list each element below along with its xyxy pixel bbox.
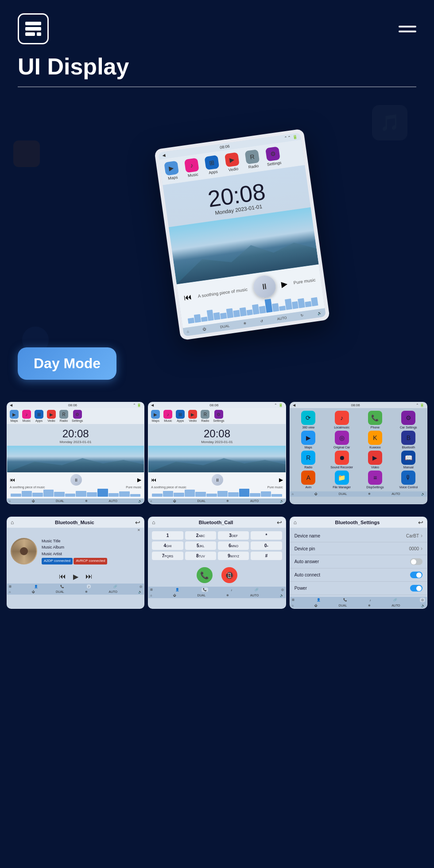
sc-play-pause-1[interactable]: ⏸ (70, 474, 82, 486)
bt-play-btn[interactable]: ▶ (73, 572, 78, 581)
nav-item-vedio[interactable]: ▶ Vedio (225, 152, 240, 172)
bt-dial-4[interactable]: 4GHI (152, 541, 183, 550)
nav-item-settings[interactable]: ⚙ Settings (265, 146, 282, 167)
app-kuwooo[interactable]: K Kuwooo (359, 431, 391, 449)
bt-prev-btn[interactable]: ⏮ (59, 572, 66, 581)
bt-dial-hash[interactable]: # (251, 552, 282, 560)
sc-power-1[interactable]: ⏻ (32, 499, 35, 503)
app-360view[interactable]: ⟳ 360 view (293, 411, 324, 429)
app-soundrecorder[interactable]: ⏺ Sound Recorder (326, 451, 357, 469)
power-btn[interactable]: ⏻ (202, 327, 206, 331)
bt-c-grid-icon[interactable]: ⊞ (150, 588, 153, 592)
bt-m-home[interactable]: ⌂ (9, 590, 11, 594)
app-dispsettings[interactable]: ≡ DispSettings (359, 471, 391, 489)
app-video[interactable]: ▶ Video (359, 451, 391, 469)
bt-c-phone-icon[interactable]: 📞 (202, 588, 208, 592)
app-carsettings[interactable]: ⚙ Car Settings (393, 411, 424, 429)
bt-m-phone-icon[interactable]: 📞 (60, 585, 64, 588)
sc-nav-music-1[interactable]: ♪ Music (22, 410, 31, 422)
bt-accept-call-btn[interactable]: 📞 (197, 567, 213, 583)
sc-nav-apps-1[interactable]: ⊞ Apps (35, 410, 43, 422)
sc-nav-maps-2[interactable]: ▶ Maps (151, 410, 160, 422)
app-bluetooth[interactable]: B Bluetooth (393, 431, 424, 449)
bt-m-power[interactable]: ⏻ (32, 590, 35, 594)
sc-nav-vedio-1[interactable]: ▶ Vedio (47, 410, 56, 422)
nav-item-radio[interactable]: R Radio (245, 149, 261, 170)
bt-dial-star[interactable]: * (251, 531, 282, 540)
back-btn-apps[interactable]: ◀ (293, 403, 295, 407)
bt-dial-2[interactable]: 2ABC (185, 531, 216, 540)
back-btn-1[interactable]: ◀ (10, 403, 12, 407)
sc-home-apps[interactable]: ⌂ (292, 492, 294, 496)
bt-c-home[interactable]: ⌂ (150, 594, 152, 597)
sc-nav-apps-2[interactable]: ⊞ Apps (176, 410, 185, 422)
sc-home-1[interactable]: ⌂ (9, 499, 11, 503)
app-phone[interactable]: 📞 Phone (359, 411, 391, 429)
app-filemanager[interactable]: 📁 File Manager (326, 471, 357, 489)
bt-device-pin-chevron[interactable]: › (421, 545, 422, 552)
sc-nav-radio-1[interactable]: R Radio (59, 410, 68, 422)
nav-item-apps[interactable]: ⊞ Apps (204, 155, 220, 175)
sc-nav-radio-2[interactable]: R Radio (201, 410, 209, 422)
sc-power-2[interactable]: ⏻ (173, 499, 176, 503)
sc-nav-settings-1[interactable]: ⚙ Settings (72, 410, 83, 422)
sc-home-2[interactable]: ⌂ (150, 499, 152, 503)
app-localmusic[interactable]: ♪ Localmusic (326, 411, 357, 429)
sc-power-apps[interactable]: ⏻ (314, 492, 318, 496)
app-avin[interactable]: A Avin (293, 471, 324, 489)
play-pause-button[interactable]: ⏸ (252, 274, 277, 299)
bt-auto-connect-toggle[interactable] (410, 572, 422, 578)
bt-c-music-icon[interactable]: ♪ (231, 588, 232, 592)
bt-settings-back[interactable]: ↩ (418, 519, 423, 526)
app-maps[interactable]: ▶ Maps (293, 431, 324, 449)
bt-device-name-chevron[interactable]: › (421, 533, 422, 539)
bt-dial-9[interactable]: 9WXYZ (218, 552, 249, 560)
sc-nav-music-2[interactable]: ♪ Music (163, 410, 172, 422)
bt-call-home-icon[interactable]: ⌂ (152, 519, 155, 525)
bt-dial-7[interactable]: 7PQRS (152, 552, 183, 560)
sc-next-2[interactable]: ▶ (279, 477, 283, 483)
sc-nav-vedio-2[interactable]: ▶ Vedio (188, 410, 197, 422)
bt-c-more-icon[interactable]: ◎ (281, 588, 284, 592)
bt-dial-5[interactable]: 5JKL (185, 541, 216, 550)
bt-dial-6[interactable]: 6MNO (218, 541, 249, 550)
app-originalcar[interactable]: ◎ Original Car (326, 431, 357, 449)
sc-nav-settings-2[interactable]: ⚙ Settings (213, 410, 224, 422)
app-manual[interactable]: 📖 Manual (393, 451, 424, 469)
bt-s-grid-icon[interactable]: ⊞ (292, 598, 294, 602)
bt-settings-home-icon[interactable]: ⌂ (294, 519, 297, 525)
nav-item-music[interactable]: ♪ Music (184, 158, 200, 178)
sc-nav-maps-1[interactable]: ▶ Maps (10, 410, 19, 422)
bt-dial-8[interactable]: 8TUV (185, 552, 216, 560)
bt-s-home[interactable]: ⌂ (292, 604, 294, 607)
sc-next-1[interactable]: ▶ (137, 477, 141, 483)
hamburger-menu-icon[interactable] (399, 26, 416, 32)
prev-icon[interactable]: ⏮ (183, 292, 193, 302)
next-icon[interactable]: ▶ (281, 278, 288, 289)
sc-prev-1[interactable]: ⏮ (10, 477, 15, 483)
bt-c-power[interactable]: ⏻ (173, 594, 176, 597)
sc-play-pause-2[interactable]: ⏸ (212, 474, 223, 486)
bt-m-grid-icon[interactable]: ⊞ (9, 585, 12, 588)
bt-dial-0[interactable]: 0- (251, 541, 282, 550)
bt-m-music-icon[interactable]: ♪ (87, 584, 91, 588)
bt-home-icon[interactable]: ⌂ (11, 519, 14, 525)
bt-s-more-icon[interactable]: ◎ (420, 598, 425, 602)
bt-dial-3[interactable]: 3DEF (218, 531, 249, 540)
bt-next-btn[interactable]: ⏭ (85, 572, 93, 581)
bt-music-back[interactable]: ↩ (135, 519, 140, 526)
bt-dial-1[interactable]: 1 (152, 531, 183, 540)
app-voicecontrol[interactable]: 🎙 Voice Control (393, 471, 424, 489)
bt-s-phone-icon[interactable]: 📞 (343, 598, 347, 602)
bt-s-music-icon[interactable]: ♪ (369, 599, 371, 602)
app-radio[interactable]: R Radio (293, 451, 324, 469)
home-btn[interactable]: ⌂ (186, 329, 189, 334)
bt-call-back[interactable]: ↩ (277, 519, 282, 526)
bt-auto-answer-toggle[interactable] (410, 558, 422, 565)
bt-power-toggle[interactable] (410, 585, 422, 592)
sc-prev-2[interactable]: ⏮ (151, 477, 156, 483)
nav-item-maps[interactable]: ▶ Maps (164, 160, 180, 181)
bt-reject-call-btn[interactable]: 📵 (221, 567, 237, 583)
back-btn-2[interactable]: ◀ (151, 403, 154, 407)
bt-s-power[interactable]: ⏻ (314, 604, 318, 607)
